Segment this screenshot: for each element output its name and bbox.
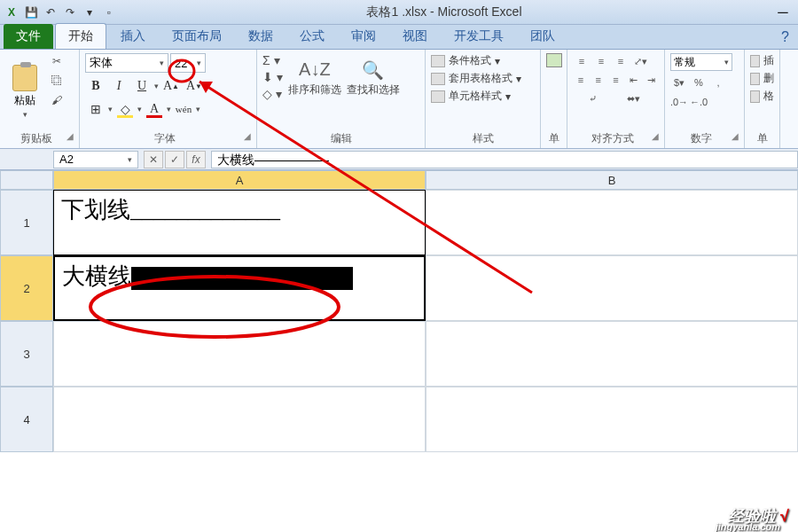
cancel-formula-button[interactable]: ✕ — [144, 151, 163, 168]
insert-cell-button[interactable] — [546, 53, 562, 67]
border-button[interactable]: ⊞ — [85, 99, 106, 119]
clipboard-launcher-icon[interactable]: ◢ — [66, 131, 74, 141]
select-all-corner[interactable] — [0, 170, 53, 190]
cell-styles-button[interactable]: 单元格样式 ▾ — [431, 89, 535, 104]
copy-icon[interactable]: ⿻ — [48, 73, 66, 89]
currency-button[interactable]: $▾ — [670, 74, 688, 90]
cell-b4[interactable] — [426, 387, 798, 452]
phonetic-dropdown-icon[interactable]: ▾ — [196, 105, 200, 113]
minimize-button[interactable]: ─ — [771, 4, 794, 20]
fill-color-button[interactable]: ◇ — [114, 99, 136, 119]
col-header-a[interactable]: A — [53, 170, 426, 190]
save-icon[interactable]: 💾 — [23, 4, 39, 20]
autosum-icon[interactable]: Σ ▾ — [262, 53, 283, 67]
number-format-select[interactable]: 常规 ▾ — [670, 53, 732, 71]
excel-icon[interactable]: X — [4, 4, 20, 20]
fx-button[interactable]: fx — [186, 151, 206, 168]
fill-down-icon[interactable]: ⬇ ▾ — [262, 70, 283, 84]
tab-team[interactable]: 团队 — [518, 24, 567, 49]
shrink-font-button[interactable]: A▼ — [184, 76, 205, 96]
align-right-button[interactable]: ≡ — [608, 72, 624, 88]
cell-b1[interactable] — [426, 190, 798, 255]
number-format-dropdown-icon[interactable]: ▾ — [724, 58, 729, 66]
qat-more-icon[interactable]: ▫ — [101, 4, 117, 20]
sort-filter-button[interactable]: A↓Z 排序和筛选 — [288, 58, 341, 98]
italic-button[interactable]: I — [108, 76, 129, 96]
percent-button[interactable]: % — [690, 74, 708, 90]
col-header-b[interactable]: B — [426, 170, 798, 190]
enter-formula-button[interactable]: ✓ — [165, 151, 184, 168]
paste-button[interactable]: 粘贴 ▾ — [5, 53, 44, 129]
conditional-format-button[interactable]: 条件格式 ▾ — [431, 53, 535, 68]
dec-decimal-button[interactable]: ←.0 — [690, 94, 708, 110]
cell-b3[interactable] — [426, 321, 798, 387]
wrap-text-button[interactable]: ⤶ — [573, 90, 612, 106]
tab-formulas[interactable]: 公式 — [287, 24, 337, 49]
comma-button[interactable]: , — [709, 74, 727, 90]
format-row-button[interactable]: 格 — [750, 89, 774, 104]
font-name-select[interactable]: 宋体 ▾ — [85, 53, 168, 73]
redo-icon[interactable]: ↷ — [62, 4, 78, 20]
tab-view[interactable]: 视图 — [390, 24, 440, 49]
orientation-button[interactable]: ⤢▾ — [631, 53, 649, 69]
find-select-button[interactable]: 🔍 查找和选择 — [347, 58, 400, 98]
underline-button[interactable]: U — [131, 76, 153, 96]
cell-style-icon — [431, 90, 445, 103]
font-group-label: 字体 — [154, 132, 176, 145]
cell-a2-text: 大横线 — [62, 262, 131, 289]
fill-dropdown-icon[interactable]: ▾ — [137, 105, 142, 113]
cell-a3[interactable] — [53, 321, 426, 387]
font-size-dropdown-icon[interactable]: ▾ — [197, 59, 201, 67]
cut-icon[interactable]: ✂ — [48, 53, 66, 69]
border-dropdown-icon[interactable]: ▾ — [108, 105, 113, 113]
row-header-4[interactable]: 4 — [0, 387, 53, 452]
cell-b2[interactable] — [426, 255, 798, 321]
cond-format-icon — [431, 55, 445, 67]
tab-insert[interactable]: 插入 — [108, 24, 158, 49]
number-launcher-icon[interactable]: ◢ — [732, 131, 739, 141]
merge-button[interactable]: ⬌▾ — [614, 90, 653, 106]
row-header-3[interactable]: 3 — [0, 321, 53, 387]
align-bottom-button[interactable]: ≡ — [612, 53, 630, 69]
tab-data[interactable]: 数据 — [236, 24, 286, 49]
indent-dec-button[interactable]: ⇤ — [625, 72, 641, 88]
phonetic-button[interactable]: wén — [173, 99, 194, 119]
align-top-button[interactable]: ≡ — [573, 53, 591, 69]
font-launcher-icon[interactable]: ◢ — [244, 131, 251, 141]
row-header-2[interactable]: 2 — [0, 255, 53, 321]
bold-button[interactable]: B — [85, 76, 106, 96]
tab-file[interactable]: 文件 — [4, 24, 53, 49]
delete-row-button[interactable]: 删 — [750, 71, 774, 86]
tab-developer[interactable]: 开发工具 — [442, 24, 516, 49]
align-middle-button[interactable]: ≡ — [592, 53, 610, 69]
undo-icon[interactable]: ↶ — [43, 4, 59, 20]
clear-icon[interactable]: ◇ ▾ — [262, 87, 283, 101]
cell-a1[interactable]: 下划线_____________ — [53, 190, 426, 255]
formula-input[interactable]: 大横线—————— — [211, 151, 798, 168]
font-color-dropdown-icon[interactable]: ▾ — [167, 105, 171, 113]
tab-review[interactable]: 审阅 — [339, 24, 388, 49]
align-left-button[interactable]: ≡ — [573, 72, 589, 88]
align-center-button[interactable]: ≡ — [591, 72, 606, 88]
format-as-table-button[interactable]: 套用表格格式 ▾ — [431, 71, 535, 86]
help-icon[interactable]: ? — [778, 26, 793, 49]
tab-page-layout[interactable]: 页面布局 — [160, 24, 234, 49]
insert-row-button[interactable]: 插 — [750, 53, 774, 68]
indent-inc-button[interactable]: ⇥ — [643, 72, 659, 88]
tab-home[interactable]: 开始 — [55, 23, 106, 49]
name-box[interactable]: A2 ▾ — [53, 151, 138, 168]
row-header-1[interactable]: 1 — [0, 190, 53, 255]
inc-decimal-button[interactable]: .0→ — [670, 94, 688, 110]
name-box-dropdown-icon[interactable]: ▾ — [128, 155, 132, 164]
font-size-select[interactable]: 22 ▾ — [170, 53, 206, 73]
font-name-dropdown-icon[interactable]: ▾ — [160, 59, 164, 67]
cell-a2[interactable]: 大横线 — [53, 255, 426, 321]
cell-a4[interactable] — [53, 387, 426, 452]
grow-font-button[interactable]: A▲ — [160, 76, 182, 96]
paste-dropdown-icon[interactable]: ▾ — [23, 110, 27, 119]
format-painter-icon[interactable]: 🖌 — [48, 92, 66, 108]
align-launcher-icon[interactable]: ◢ — [652, 131, 659, 141]
qat-dropdown-icon[interactable]: ▾ — [82, 4, 98, 20]
font-color-button[interactable]: A — [144, 99, 165, 119]
underline-dropdown-icon[interactable]: ▾ — [154, 82, 159, 90]
